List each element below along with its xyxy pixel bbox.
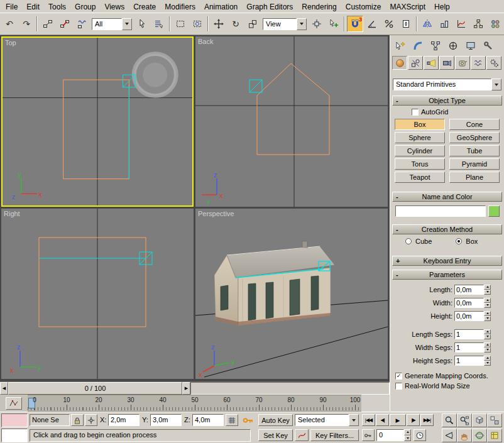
plane-button[interactable]: Plane [449, 172, 500, 183]
house-model[interactable] [214, 241, 335, 325]
absolute-offset-mode-toggle[interactable] [85, 414, 97, 426]
unlink-selection-button[interactable] [57, 16, 73, 32]
box-wireframe-top[interactable] [63, 80, 129, 179]
cylinder-button[interactable]: Cylinder [395, 145, 445, 156]
menu-modifiers[interactable]: Modifiers [160, 1, 200, 13]
dropdown-arrow-icon[interactable] [122, 18, 132, 30]
arc-rotate-button[interactable] [472, 429, 487, 442]
rollout-keyboard-entry[interactable]: + Keyboard Entry [392, 256, 502, 266]
tab-motion[interactable] [445, 38, 461, 53]
key-mode-dropdown[interactable]: Selected [295, 414, 359, 426]
keyboard-override-toggle[interactable] [240, 413, 256, 427]
width-input[interactable]: 0,0m [454, 298, 484, 308]
time-slider-empty-track[interactable] [190, 382, 390, 395]
auto-key-button[interactable]: Auto Key [258, 414, 293, 426]
zoom-all-button[interactable] [457, 413, 472, 427]
menu-group[interactable]: Group [70, 1, 100, 13]
height-spinner[interactable] [484, 311, 491, 321]
creation-gizmo-right[interactable] [39, 252, 152, 265]
menu-file[interactable]: File [1, 1, 22, 13]
menu-rendering[interactable]: Rendering [297, 1, 341, 13]
category-cameras[interactable] [439, 56, 454, 70]
pan-button[interactable] [457, 429, 472, 442]
set-key-button[interactable]: Set Key [258, 429, 293, 441]
default-tangents-button[interactable] [295, 429, 309, 441]
mirror-button[interactable] [419, 16, 436, 32]
z-coordinate-input[interactable]: 4,0m [192, 414, 224, 426]
viewport-right[interactable]: Right z y x [1, 209, 194, 379]
width-segs-spinner[interactable] [484, 342, 491, 353]
category-helpers[interactable] [455, 56, 470, 70]
viewport-top[interactable]: Top y [1, 36, 194, 207]
dropdown-arrow-icon[interactable] [297, 18, 307, 30]
zoom-extents-button[interactable] [472, 413, 487, 427]
undo-button[interactable]: ↶ [1, 16, 18, 32]
category-space-warps[interactable] [471, 56, 486, 70]
menu-maxscript[interactable]: MAXScript [385, 1, 430, 13]
select-and-move-button[interactable] [211, 16, 227, 32]
select-and-link-button[interactable] [40, 16, 56, 32]
back-viewport-label[interactable]: Back [198, 38, 213, 45]
menu-help[interactable]: Help [430, 1, 454, 13]
perspective-viewport-canvas[interactable]: z x y [195, 209, 388, 379]
viewport-back[interactable]: Back z x y [195, 36, 388, 207]
height-input[interactable]: 0,0m [454, 311, 484, 321]
frame-spinner[interactable] [404, 429, 411, 441]
menu-create[interactable]: Create [129, 1, 160, 13]
use-center-flyout-button[interactable] [309, 16, 325, 32]
house-wireframe-right[interactable] [39, 238, 146, 327]
torus-button[interactable]: Torus [395, 158, 445, 170]
time-slider-next-button[interactable]: ▶ [182, 382, 190, 395]
field-of-view-button[interactable] [442, 429, 457, 442]
open-mini-curve-editor-button[interactable] [6, 397, 22, 410]
schematic-view-button[interactable] [470, 16, 486, 32]
previous-frame-button[interactable]: ◀| [376, 414, 389, 426]
top-viewport-canvas[interactable]: y x z [3, 38, 192, 205]
curve-editor-button[interactable] [453, 16, 469, 32]
select-by-name-button[interactable] [151, 16, 167, 32]
generate-mapping-checkbox[interactable]: ✓ [395, 373, 402, 380]
tube-button[interactable]: Tube [449, 145, 500, 156]
zoom-extents-all-button[interactable] [487, 413, 502, 427]
key-filters-button[interactable]: Key Filters... [310, 429, 359, 441]
cone-button[interactable]: Cone [449, 119, 500, 130]
back-viewport-canvas[interactable]: z x y [195, 36, 388, 207]
category-lights[interactable] [424, 56, 439, 70]
bind-to-space-warp-button[interactable] [74, 16, 90, 32]
category-systems[interactable] [486, 56, 501, 70]
time-configuration-button[interactable] [414, 429, 426, 441]
height-segs-spinner[interactable] [484, 356, 491, 366]
cube-radio[interactable] [405, 238, 412, 244]
right-viewport-canvas[interactable]: z y x [1, 209, 194, 379]
width-spinner[interactable] [484, 298, 491, 308]
material-editor-button[interactable] [487, 16, 503, 32]
go-to-start-button[interactable]: |◀◀ [362, 414, 375, 426]
perspective-viewport-label[interactable]: Perspective [198, 210, 234, 217]
named-selection-sets-field[interactable]: None Se [30, 414, 70, 426]
track-bar[interactable]: 0 10 20 30 40 50 60 70 80 90 100 [28, 395, 361, 412]
length-segs-input[interactable]: 1 [454, 329, 484, 339]
current-frame-input[interactable]: 0 [376, 429, 404, 441]
snaps-toggle-button[interactable]: 3 [347, 16, 363, 32]
menu-graph-editors[interactable]: Graph Editors [242, 1, 297, 13]
rollout-creation-method[interactable]: - Creation Method [392, 224, 502, 234]
length-spinner[interactable] [484, 285, 491, 295]
maxscript-mini-listener-macro[interactable] [1, 413, 28, 427]
tab-create[interactable] [392, 38, 408, 53]
creation-gizmo-back[interactable] [249, 80, 262, 92]
width-segs-input[interactable]: 1 [454, 342, 484, 353]
menu-edit[interactable]: Edit [22, 1, 44, 13]
primitives-dropdown[interactable]: Standard Primitives [393, 79, 501, 90]
y-coordinate-input[interactable]: 3,0m [150, 414, 182, 426]
category-geometry[interactable] [392, 56, 407, 70]
tab-modify[interactable] [410, 38, 426, 53]
window-crossing-toggle[interactable] [189, 16, 205, 32]
rollout-parameters[interactable]: - Parameters [392, 270, 502, 280]
creation-gizmo-top[interactable] [123, 75, 135, 179]
go-to-end-button[interactable]: ▶▶| [420, 414, 434, 426]
viewport-perspective[interactable]: Perspective [195, 209, 388, 379]
zoom-button[interactable] [442, 413, 457, 427]
category-shapes[interactable] [408, 56, 423, 70]
dropdown-arrow-icon[interactable] [491, 79, 501, 90]
rollout-name-and-color[interactable]: - Name and Color [392, 192, 502, 202]
